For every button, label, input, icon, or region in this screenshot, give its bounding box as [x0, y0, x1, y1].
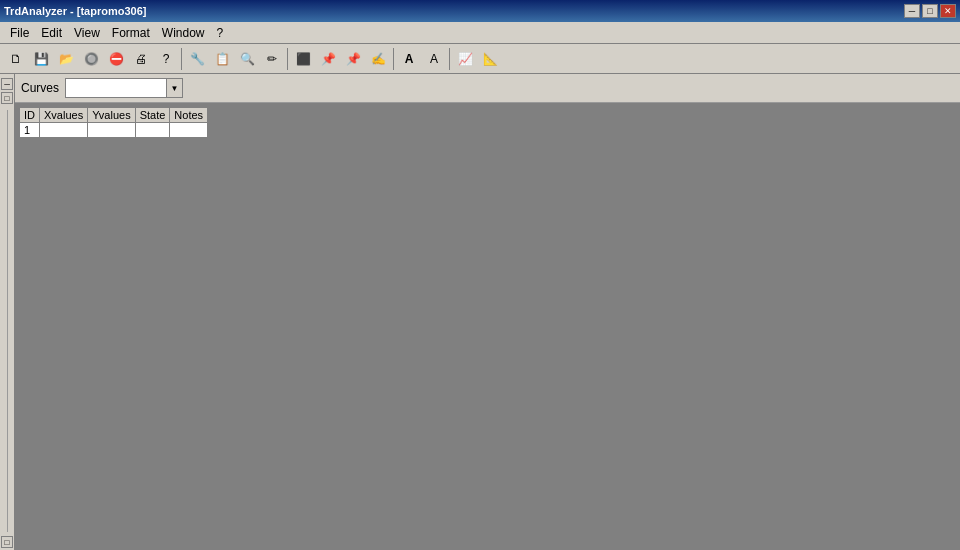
- table-area: ID Xvalues Yvalues State Notes 1: [15, 103, 960, 550]
- cell-state[interactable]: [135, 123, 170, 138]
- data-table: ID Xvalues Yvalues State Notes 1: [19, 107, 208, 138]
- curves-label: Curves: [21, 81, 59, 95]
- menu-bar: File Edit View Format Window ?: [0, 22, 960, 44]
- title-controls: ─ □ ✕: [904, 4, 956, 18]
- restore-button[interactable]: □: [922, 4, 938, 18]
- curves-bar: Curves ▼: [15, 74, 960, 103]
- col-state: State: [135, 108, 170, 123]
- menu-file[interactable]: File: [4, 24, 35, 42]
- cell-id[interactable]: 1: [20, 123, 40, 138]
- toolbar-pin1[interactable]: 📌: [316, 47, 340, 71]
- toolbar-edit2[interactable]: ✍: [366, 47, 390, 71]
- sidebar-btn-3[interactable]: □: [1, 536, 13, 548]
- cell-yvalues[interactable]: [88, 123, 136, 138]
- col-id: ID: [20, 108, 40, 123]
- toolbar-red[interactable]: ⬛: [291, 47, 315, 71]
- separator-3: [393, 48, 394, 70]
- table-row: 1: [20, 123, 208, 138]
- separator-2: [287, 48, 288, 70]
- toolbar-tool2[interactable]: 📋: [210, 47, 234, 71]
- toolbar-tool1[interactable]: 🔧: [185, 47, 209, 71]
- content-panel: Curves ▼ ID Xvalues Yvalues State Notes: [15, 74, 960, 550]
- separator-4: [449, 48, 450, 70]
- toolbar-pin2[interactable]: 📌: [341, 47, 365, 71]
- title-text: TrdAnalyzer - [tapromo306]: [4, 5, 146, 17]
- curves-dropdown[interactable]: [66, 79, 166, 97]
- main-area: ─ □ □ Curves ▼ ID Xvalues Yvalues State: [0, 74, 960, 550]
- toolbar-chart2[interactable]: 📐: [478, 47, 502, 71]
- col-yvalues: Yvalues: [88, 108, 136, 123]
- menu-view[interactable]: View: [68, 24, 106, 42]
- col-notes: Notes: [170, 108, 208, 123]
- toolbar-help[interactable]: ?: [154, 47, 178, 71]
- title-bar: TrdAnalyzer - [tapromo306] ─ □ ✕: [0, 0, 960, 22]
- toolbar-circle[interactable]: 🔘: [79, 47, 103, 71]
- cell-xvalues[interactable]: [40, 123, 88, 138]
- toolbar: 🗋 💾 📂 🔘 ⛔ 🖨 ? 🔧 📋 🔍 ✏ ⬛ 📌 📌 ✍ A A 📈 📐: [0, 44, 960, 74]
- close-button[interactable]: ✕: [940, 4, 956, 18]
- col-xvalues: Xvalues: [40, 108, 88, 123]
- menu-window[interactable]: Window: [156, 24, 211, 42]
- toolbar-textA2[interactable]: A: [422, 47, 446, 71]
- menu-help[interactable]: ?: [211, 24, 230, 42]
- toolbar-open[interactable]: 📂: [54, 47, 78, 71]
- toolbar-chart1[interactable]: 📈: [453, 47, 477, 71]
- curves-dropdown-container: ▼: [65, 78, 183, 98]
- cell-notes[interactable]: [170, 123, 208, 138]
- menu-format[interactable]: Format: [106, 24, 156, 42]
- separator-1: [181, 48, 182, 70]
- menu-edit[interactable]: Edit: [35, 24, 68, 42]
- sidebar-btn-2[interactable]: □: [1, 92, 13, 104]
- toolbar-cursor[interactable]: ✏: [260, 47, 284, 71]
- toolbar-save[interactable]: 💾: [29, 47, 53, 71]
- toolbar-search[interactable]: 🔍: [235, 47, 259, 71]
- toolbar-new[interactable]: 🗋: [4, 47, 28, 71]
- toolbar-textA1[interactable]: A: [397, 47, 421, 71]
- minimize-button[interactable]: ─: [904, 4, 920, 18]
- toolbar-print[interactable]: 🖨: [129, 47, 153, 71]
- curves-dropdown-arrow[interactable]: ▼: [166, 79, 182, 97]
- left-sidebar: ─ □ □: [0, 74, 15, 550]
- toolbar-stop[interactable]: ⛔: [104, 47, 128, 71]
- sidebar-btn-1[interactable]: ─: [1, 78, 13, 90]
